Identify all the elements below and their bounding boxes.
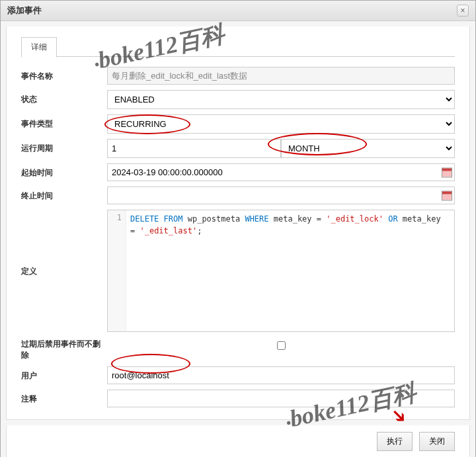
period-number-input[interactable] bbox=[107, 139, 281, 158]
end-time-input[interactable] bbox=[107, 187, 455, 204]
label-status: 状态 bbox=[21, 90, 107, 105]
calendar-icon[interactable] bbox=[442, 190, 452, 200]
label-start-time: 起始时间 bbox=[21, 163, 107, 179]
event-name-input[interactable] bbox=[107, 67, 455, 85]
close-button[interactable]: 关闭 bbox=[419, 432, 455, 451]
comment-input[interactable] bbox=[107, 390, 455, 407]
period-unit-select[interactable]: MONTH bbox=[281, 139, 455, 158]
execute-button[interactable]: 执行 bbox=[377, 432, 413, 451]
tab-bar: 详细 bbox=[21, 36, 455, 57]
event-type-select[interactable]: RECURRING bbox=[107, 114, 455, 134]
label-comment: 注释 bbox=[21, 390, 107, 405]
start-time-input[interactable] bbox=[107, 163, 455, 181]
label-expire-disable: 过期后禁用事件而不删除 bbox=[21, 337, 107, 361]
calendar-icon[interactable] bbox=[442, 167, 452, 177]
dialog-footer: 执行 关闭 bbox=[6, 425, 470, 457]
label-user: 用户 bbox=[21, 366, 107, 382]
add-event-dialog: 添加事件 × 详细 事件名称 状态 ENABLED 事件类型 bbox=[0, 0, 476, 457]
label-event-name: 事件名称 bbox=[21, 67, 107, 82]
sql-code[interactable]: DELETE FROM wp_postmeta WHERE meta_key =… bbox=[126, 210, 454, 331]
close-icon[interactable]: × bbox=[457, 5, 469, 17]
user-input[interactable] bbox=[107, 366, 455, 384]
line-gutter: 1 bbox=[108, 210, 126, 331]
dialog-body: 详细 事件名称 状态 ENABLED 事件类型 RECURRING bbox=[6, 26, 470, 420]
dialog-header: 添加事件 × bbox=[1, 1, 475, 21]
label-end-time: 终止时间 bbox=[21, 187, 107, 202]
label-event-type: 事件类型 bbox=[21, 114, 107, 130]
label-run-period: 运行周期 bbox=[21, 139, 107, 154]
dialog-title: 添加事件 bbox=[7, 5, 42, 17]
sql-editor[interactable]: 1 DELETE FROM wp_postmeta WHERE meta_key… bbox=[107, 210, 455, 332]
tab-detail[interactable]: 详细 bbox=[21, 37, 57, 58]
label-definition: 定义 bbox=[21, 210, 107, 277]
status-select[interactable]: ENABLED bbox=[107, 90, 455, 109]
expire-disable-checkbox[interactable] bbox=[277, 341, 286, 350]
